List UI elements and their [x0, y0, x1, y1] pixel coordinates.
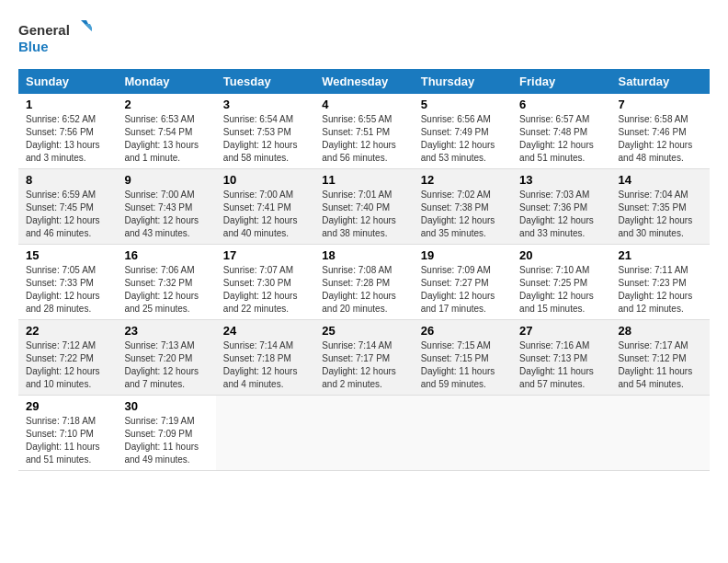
day-number: 11: [322, 173, 405, 187]
calendar-cell: 2 Sunrise: 6:53 AM Sunset: 7:54 PM Dayli…: [117, 94, 215, 169]
day-info: Sunrise: 7:14 AM Sunset: 7:18 PM Dayligh…: [223, 339, 307, 391]
calendar-cell: 13 Sunrise: 7:03 AM Sunset: 7:36 PM Dayl…: [512, 169, 610, 245]
day-info: Sunrise: 7:06 AM Sunset: 7:32 PM Dayligh…: [124, 264, 208, 316]
col-header-thursday: Thursday: [414, 69, 512, 94]
day-info: Sunrise: 7:17 AM Sunset: 7:12 PM Dayligh…: [619, 339, 702, 391]
day-info: Sunrise: 7:16 AM Sunset: 7:13 PM Dayligh…: [519, 339, 603, 391]
day-number: 23: [124, 324, 208, 338]
day-number: 27: [519, 324, 603, 338]
day-number: 17: [223, 248, 307, 262]
day-info: Sunrise: 7:08 AM Sunset: 7:28 PM Dayligh…: [322, 264, 405, 316]
day-info: Sunrise: 7:04 AM Sunset: 7:35 PM Dayligh…: [619, 189, 702, 240]
calendar-cell: 21 Sunrise: 7:11 AM Sunset: 7:23 PM Dayl…: [611, 245, 710, 320]
calendar-cell: [611, 396, 710, 471]
svg-text:Blue: Blue: [18, 39, 49, 54]
day-number: 1: [26, 98, 109, 111]
col-header-friday: Friday: [512, 69, 610, 94]
calendar-cell: 27 Sunrise: 7:16 AM Sunset: 7:13 PM Dayl…: [512, 320, 610, 396]
day-info: Sunrise: 7:18 AM Sunset: 7:10 PM Dayligh…: [26, 415, 109, 466]
day-number: 7: [619, 98, 702, 111]
calendar-cell: 8 Sunrise: 6:59 AM Sunset: 7:45 PM Dayli…: [18, 169, 117, 245]
calendar-header-row: SundayMondayTuesdayWednesdayThursdayFrid…: [18, 69, 710, 94]
calendar-cell: 3 Sunrise: 6:54 AM Sunset: 7:53 PM Dayli…: [216, 94, 314, 169]
calendar-cell: 11 Sunrise: 7:01 AM Sunset: 7:40 PM Dayl…: [314, 169, 413, 245]
calendar-cell: 30 Sunrise: 7:19 AM Sunset: 7:09 PM Dayl…: [117, 396, 215, 471]
calendar-cell: [414, 396, 512, 471]
day-number: 20: [519, 248, 603, 262]
day-info: Sunrise: 7:03 AM Sunset: 7:36 PM Dayligh…: [519, 189, 603, 240]
day-info: Sunrise: 6:53 AM Sunset: 7:54 PM Dayligh…: [124, 113, 208, 165]
calendar-cell: [314, 396, 413, 471]
day-info: Sunrise: 7:00 AM Sunset: 7:41 PM Dayligh…: [223, 189, 307, 240]
day-info: Sunrise: 6:54 AM Sunset: 7:53 PM Dayligh…: [223, 113, 307, 165]
day-info: Sunrise: 6:55 AM Sunset: 7:51 PM Dayligh…: [322, 113, 405, 165]
day-number: 3: [223, 98, 307, 111]
calendar-cell: 16 Sunrise: 7:06 AM Sunset: 7:32 PM Dayl…: [117, 245, 215, 320]
day-info: Sunrise: 7:07 AM Sunset: 7:30 PM Dayligh…: [223, 264, 307, 316]
day-info: Sunrise: 6:58 AM Sunset: 7:46 PM Dayligh…: [619, 113, 702, 165]
calendar-cell: 18 Sunrise: 7:08 AM Sunset: 7:28 PM Dayl…: [314, 245, 413, 320]
day-info: Sunrise: 7:09 AM Sunset: 7:27 PM Dayligh…: [421, 264, 505, 316]
calendar-cell: [512, 396, 610, 471]
day-info: Sunrise: 7:05 AM Sunset: 7:33 PM Dayligh…: [26, 264, 109, 316]
calendar-cell: 1 Sunrise: 6:52 AM Sunset: 7:56 PM Dayli…: [18, 94, 117, 169]
page-header: General Blue: [18, 18, 710, 60]
day-number: 25: [322, 324, 405, 338]
calendar-cell: 9 Sunrise: 7:00 AM Sunset: 7:43 PM Dayli…: [117, 169, 215, 245]
svg-text:General: General: [18, 22, 70, 38]
day-number: 2: [124, 98, 208, 111]
day-info: Sunrise: 7:15 AM Sunset: 7:15 PM Dayligh…: [421, 339, 505, 391]
day-number: 5: [421, 98, 505, 111]
day-number: 4: [322, 98, 405, 111]
day-number: 15: [26, 248, 109, 262]
day-number: 21: [619, 248, 702, 262]
day-number: 16: [124, 248, 208, 262]
calendar-cell: 28 Sunrise: 7:17 AM Sunset: 7:12 PM Dayl…: [611, 320, 710, 396]
calendar-week-row: 15 Sunrise: 7:05 AM Sunset: 7:33 PM Dayl…: [18, 245, 710, 320]
calendar-cell: 12 Sunrise: 7:02 AM Sunset: 7:38 PM Dayl…: [414, 169, 512, 245]
day-info: Sunrise: 7:00 AM Sunset: 7:43 PM Dayligh…: [124, 189, 208, 240]
day-number: 28: [619, 324, 702, 338]
day-info: Sunrise: 7:12 AM Sunset: 7:22 PM Dayligh…: [26, 339, 109, 391]
calendar-cell: 5 Sunrise: 6:56 AM Sunset: 7:49 PM Dayli…: [414, 94, 512, 169]
day-info: Sunrise: 7:10 AM Sunset: 7:25 PM Dayligh…: [519, 264, 603, 316]
day-info: Sunrise: 6:56 AM Sunset: 7:49 PM Dayligh…: [421, 113, 505, 165]
calendar-cell: 29 Sunrise: 7:18 AM Sunset: 7:10 PM Dayl…: [18, 396, 117, 471]
day-number: 18: [322, 248, 405, 262]
day-number: 29: [26, 399, 109, 413]
day-info: Sunrise: 6:52 AM Sunset: 7:56 PM Dayligh…: [26, 113, 109, 165]
day-number: 14: [619, 173, 702, 187]
calendar-cell: 23 Sunrise: 7:13 AM Sunset: 7:20 PM Dayl…: [117, 320, 215, 396]
calendar-table: SundayMondayTuesdayWednesdayThursdayFrid…: [18, 69, 710, 471]
calendar-week-row: 8 Sunrise: 6:59 AM Sunset: 7:45 PM Dayli…: [18, 169, 710, 245]
calendar-cell: 4 Sunrise: 6:55 AM Sunset: 7:51 PM Dayli…: [314, 94, 413, 169]
logo-svg: General Blue: [18, 18, 92, 60]
calendar-cell: 14 Sunrise: 7:04 AM Sunset: 7:35 PM Dayl…: [611, 169, 710, 245]
calendar-cell: 22 Sunrise: 7:12 AM Sunset: 7:22 PM Dayl…: [18, 320, 117, 396]
logo: General Blue: [18, 18, 92, 60]
day-info: Sunrise: 7:13 AM Sunset: 7:20 PM Dayligh…: [124, 339, 208, 391]
day-number: 22: [26, 324, 109, 338]
day-info: Sunrise: 7:01 AM Sunset: 7:40 PM Dayligh…: [322, 189, 405, 240]
calendar-cell: 19 Sunrise: 7:09 AM Sunset: 7:27 PM Dayl…: [414, 245, 512, 320]
day-info: Sunrise: 7:19 AM Sunset: 7:09 PM Dayligh…: [124, 415, 208, 466]
day-number: 19: [421, 248, 505, 262]
day-number: 8: [26, 173, 109, 187]
calendar-cell: 10 Sunrise: 7:00 AM Sunset: 7:41 PM Dayl…: [216, 169, 314, 245]
calendar-cell: 20 Sunrise: 7:10 AM Sunset: 7:25 PM Dayl…: [512, 245, 610, 320]
calendar-cell: 25 Sunrise: 7:14 AM Sunset: 7:17 PM Dayl…: [314, 320, 413, 396]
calendar-cell: 15 Sunrise: 7:05 AM Sunset: 7:33 PM Dayl…: [18, 245, 117, 320]
col-header-saturday: Saturday: [611, 69, 710, 94]
calendar-cell: 26 Sunrise: 7:15 AM Sunset: 7:15 PM Dayl…: [414, 320, 512, 396]
col-header-tuesday: Tuesday: [216, 69, 314, 94]
calendar-cell: 6 Sunrise: 6:57 AM Sunset: 7:48 PM Dayli…: [512, 94, 610, 169]
svg-marker-3: [85, 24, 92, 35]
day-number: 9: [124, 173, 208, 187]
col-header-monday: Monday: [117, 69, 215, 94]
day-number: 6: [519, 98, 603, 111]
day-number: 12: [421, 173, 505, 187]
day-info: Sunrise: 7:14 AM Sunset: 7:17 PM Dayligh…: [322, 339, 405, 391]
calendar-week-row: 29 Sunrise: 7:18 AM Sunset: 7:10 PM Dayl…: [18, 396, 710, 471]
day-info: Sunrise: 6:59 AM Sunset: 7:45 PM Dayligh…: [26, 189, 109, 240]
calendar-cell: [216, 396, 314, 471]
